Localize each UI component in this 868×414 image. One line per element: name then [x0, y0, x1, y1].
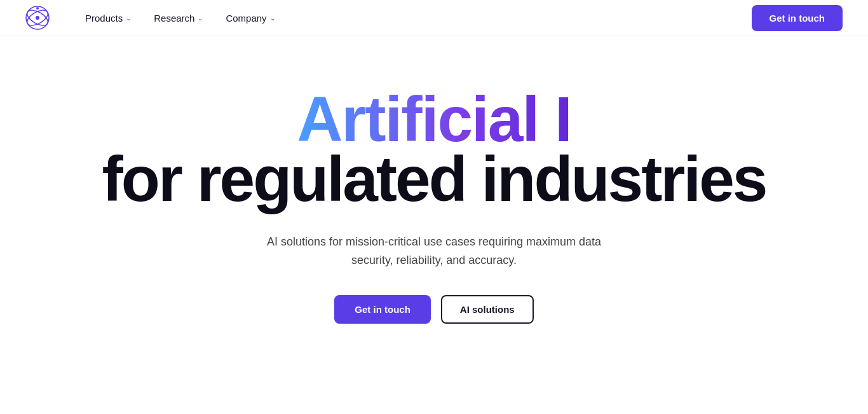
hero-section: Artificial I for regulated industries AI… [0, 36, 868, 362]
nav-item-products[interactable]: Products ⌄ [75, 8, 141, 29]
hero-get-in-touch-button[interactable]: Get in touch [334, 295, 431, 324]
chevron-down-icon: ⌄ [198, 15, 203, 22]
chevron-down-icon: ⌄ [126, 15, 131, 22]
nav-company-label: Company [226, 13, 266, 24]
nav-cta-area: Get in touch [752, 5, 843, 31]
logo[interactable] [25, 6, 50, 30]
hero-subtitle: AI solutions for mission-critical use ca… [256, 233, 612, 270]
svg-point-3 [36, 16, 39, 20]
nav-get-in-touch-button[interactable]: Get in touch [752, 5, 843, 31]
hero-buttons: Get in touch AI solutions [334, 295, 533, 324]
nav-item-research[interactable]: Research ⌄ [144, 8, 213, 29]
svg-point-4 [36, 7, 39, 10]
nav-item-company[interactable]: Company ⌄ [215, 8, 285, 29]
chevron-down-icon: ⌄ [270, 15, 275, 22]
navbar: Products ⌄ Research ⌄ Company ⌄ Get in t… [0, 0, 868, 36]
hero-ai-solutions-button[interactable]: AI solutions [441, 295, 534, 324]
hero-title-dark: for regulated industries [102, 146, 766, 212]
nav-products-label: Products [85, 13, 123, 24]
nav-research-label: Research [154, 13, 194, 24]
nav-links: Products ⌄ Research ⌄ Company ⌄ [75, 8, 752, 29]
hero-title-gradient: Artificial I [297, 87, 571, 151]
